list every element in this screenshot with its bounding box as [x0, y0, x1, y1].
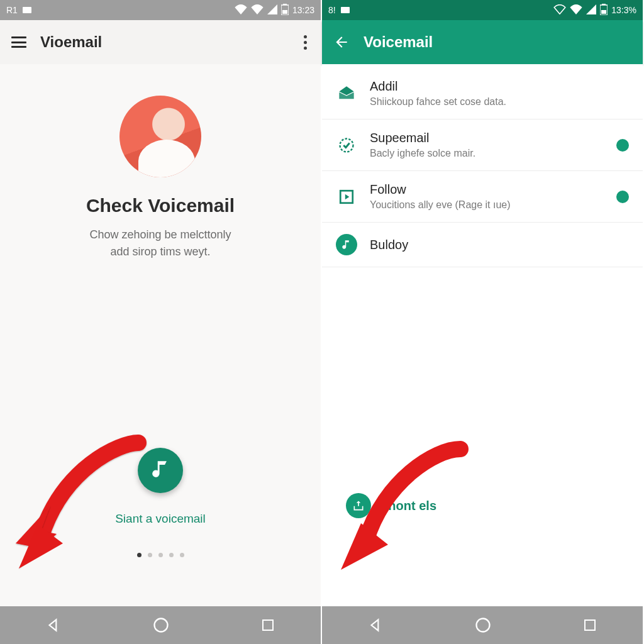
play-box-icon [336, 186, 357, 208]
cell-signal-icon [586, 4, 596, 16]
music-note-icon [150, 458, 171, 482]
list-item[interactable]: Addil Shiickoup fahce set cose data. [322, 68, 643, 119]
clock-label: 13:23 [292, 5, 314, 15]
svg-point-10 [477, 619, 490, 632]
list-item[interactable]: Supeemail Bacly ighefe solce mair. [322, 119, 643, 171]
status-icons: 13:3% [553, 4, 636, 17]
menu-icon[interactable] [11, 36, 26, 48]
svg-rect-7 [601, 10, 606, 14]
dot [158, 553, 163, 557]
wifi-icon [570, 4, 582, 16]
item-subtitle: Youcitions ally eve (Rage it ıue) [370, 199, 604, 211]
main-content: Check Voicemail Chow zehoing be melctton… [0, 64, 321, 606]
item-subtitle: Shiickoup fahce set cose data. [370, 96, 629, 108]
back-nav-icon[interactable] [367, 617, 384, 633]
status-icons: 13:23 [235, 4, 314, 17]
fab-label[interactable]: Siant a voicemail [0, 512, 321, 526]
share-icon [346, 493, 371, 518]
item-title: Buldoy [370, 238, 629, 252]
annotation-arrow-icon [6, 424, 170, 587]
notification-icon [341, 7, 350, 13]
notification-icon [23, 7, 31, 13]
svg-rect-11 [585, 620, 595, 630]
back-icon[interactable] [333, 34, 350, 50]
home-nav-icon[interactable] [152, 616, 170, 634]
recent-nav-icon[interactable] [582, 618, 597, 633]
status-indicator [616, 191, 629, 203]
hero-sub-line1: Chow zehoing be melcttonly [89, 228, 231, 241]
wifi-outline-icon [553, 4, 566, 16]
status-indicator [616, 139, 629, 152]
phone-left: R1 13:23 Vioemail Check Voicemail [0, 0, 322, 644]
status-bar: 8! 13:3% [322, 0, 643, 20]
hero-title: Check Voicemail [0, 195, 321, 216]
item-subtitle: Bacly ighefe solce mair. [370, 148, 604, 159]
svg-rect-2 [282, 10, 287, 14]
item-title: Supeemail [370, 131, 604, 145]
avatar [119, 96, 201, 177]
home-nav-icon[interactable] [474, 616, 492, 634]
svg-rect-1 [283, 4, 287, 5]
wifi-icon [235, 4, 247, 16]
mail-icon [336, 83, 357, 104]
overflow-menu-icon[interactable] [304, 35, 309, 50]
status-bar: R1 13:23 [0, 0, 321, 20]
dot [180, 553, 184, 557]
cell-signal-icon [267, 4, 277, 16]
nav-bar [322, 606, 643, 644]
clock-label: 13:3% [611, 5, 636, 15]
chip-label: Shont els [380, 499, 436, 513]
nav-bar [0, 606, 321, 644]
carrier-label: 8! [328, 5, 336, 15]
bottom-chip[interactable]: Shont els [346, 493, 436, 518]
settings-list: Addil Shiickoup fahce set cose data. Sup… [322, 64, 643, 606]
app-bar: Voicemail [322, 20, 643, 64]
fab-button[interactable] [138, 448, 183, 493]
hero-subtitle: Chow zehoing be melcttonly add sirop tim… [60, 226, 261, 260]
dot-active [137, 553, 142, 557]
app-title: Voicemail [364, 33, 433, 51]
item-title: Follow [370, 182, 604, 197]
phone-right: 8! 13:3% Voicemail [322, 0, 644, 644]
list-item[interactable]: Follow Youcitions ally eve (Rage it ıue) [322, 171, 643, 223]
list-item[interactable]: Buldoy [322, 223, 643, 267]
battery-icon [281, 4, 289, 17]
svg-rect-4 [263, 620, 273, 630]
app-title: Vioemail [40, 33, 102, 51]
item-title: Addil [370, 79, 629, 94]
app-bar: Vioemail [0, 20, 321, 64]
hero-sub-line2: add sirop tims weyt. [110, 245, 210, 258]
battery-icon [600, 4, 608, 17]
page-indicator [0, 553, 321, 557]
check-badge-icon [336, 135, 357, 156]
svg-rect-6 [602, 4, 606, 5]
svg-point-3 [155, 619, 168, 632]
music-note-icon [336, 234, 357, 255]
wifi-icon [251, 4, 264, 16]
dot [169, 553, 174, 557]
recent-nav-icon[interactable] [260, 618, 275, 633]
back-nav-icon[interactable] [45, 617, 62, 633]
dot [148, 553, 152, 557]
carrier-label: R1 [6, 5, 18, 15]
